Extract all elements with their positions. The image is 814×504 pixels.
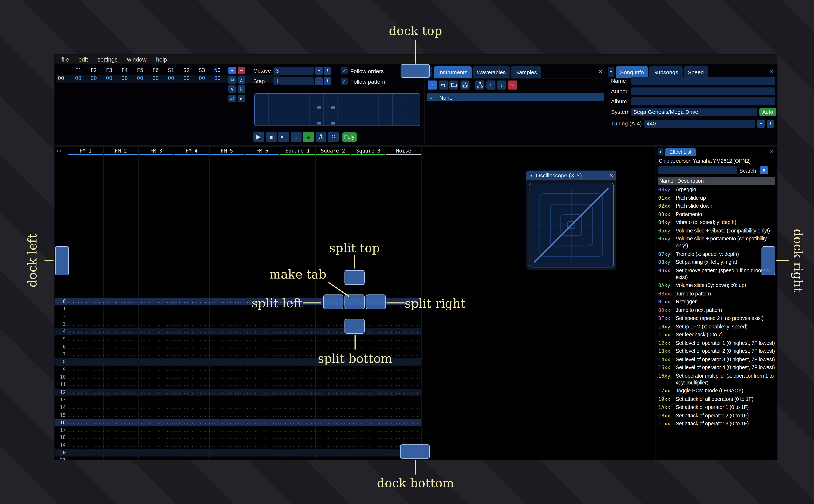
repeat-pattern-button[interactable]: ↻	[328, 132, 339, 142]
pattern-cell[interactable]: ... .. .. ....	[102, 381, 137, 389]
pattern-cell[interactable]: ... .. .. ....	[349, 389, 385, 396]
play-button[interactable]: ▶	[253, 132, 264, 142]
pattern-cell[interactable]: ... .. .. ....	[243, 434, 279, 442]
pattern-cell[interactable]: ... .. .. ....	[67, 313, 102, 320]
pattern-cell[interactable]: ... .. .. ....	[279, 320, 314, 328]
channel-header[interactable]: FM 6	[245, 148, 280, 154]
order-cell[interactable]: 00	[210, 75, 225, 81]
instrument-dir-view-button[interactable]	[476, 81, 485, 90]
pattern-cell[interactable]: ... .. .. ....	[385, 396, 420, 404]
tab-song-info[interactable]: Song Info	[616, 66, 648, 78]
pattern-cell[interactable]: ... .. .. ....	[137, 449, 173, 457]
order-cell[interactable]: 00	[148, 75, 163, 81]
dock-target-right[interactable]	[761, 246, 775, 275]
pattern-cell[interactable]: ... .. .. ....	[102, 298, 137, 305]
pattern-cell[interactable]: ... .. .. ....	[173, 404, 208, 411]
pattern-cell[interactable]: ... .. .. ....	[173, 328, 208, 335]
pattern-cell[interactable]: ... .. .. ....	[349, 404, 385, 411]
pattern-cell[interactable]: ... .. .. ....	[349, 381, 385, 389]
tab-instruments[interactable]: Instruments	[434, 66, 472, 78]
pattern-cell[interactable]: ... .. .. ....	[349, 366, 385, 373]
pattern-cell[interactable]: ... .. .. ....	[314, 328, 349, 335]
menu-settings[interactable]: settings	[93, 54, 122, 64]
pattern-cell[interactable]: ... .. .. ....	[208, 396, 243, 404]
pattern-cell[interactable]: ... .. .. ....	[385, 419, 420, 426]
pattern-cell[interactable]: ... .. .. ....	[173, 351, 208, 358]
pattern-cell[interactable]: ... .. .. ....	[208, 298, 243, 305]
piano-lower-octaves[interactable]	[255, 110, 420, 125]
instrument-duplicate-button[interactable]: ⧉	[439, 81, 448, 90]
pattern-cell[interactable]: ... .. .. ....	[67, 396, 102, 404]
pattern-cell[interactable]: ... .. .. ....	[243, 366, 279, 373]
pattern-cell[interactable]: ... .. .. ....	[314, 343, 349, 351]
order-cell[interactable]: 00	[194, 75, 210, 81]
order-remove-button[interactable]: −	[238, 67, 245, 74]
pattern-cell[interactable]: ... .. .. ....	[314, 404, 349, 411]
dock-target-top[interactable]	[401, 64, 430, 78]
instrument-list-item-none[interactable]: ○ - None -	[427, 93, 604, 101]
channel-header[interactable]: FM 5	[209, 148, 245, 154]
record-button[interactable]: ●	[303, 132, 314, 142]
pattern-cell[interactable]: ... .. .. ....	[137, 305, 173, 313]
order-cell[interactable]: 00	[132, 75, 148, 81]
pattern-cell[interactable]: ... .. .. ....	[67, 449, 102, 457]
pattern-cell[interactable]: ... .. .. ....	[385, 343, 420, 351]
step-increase-button[interactable]: +	[324, 77, 331, 85]
octave-increase-button[interactable]: +	[324, 67, 331, 75]
pattern-cell[interactable]: ... .. .. ....	[102, 313, 137, 320]
pattern-cell[interactable]: ... .. .. ....	[173, 373, 208, 381]
pattern-cell[interactable]: ... .. .. ....	[173, 389, 208, 396]
pattern-cell[interactable]: ... .. .. ....	[349, 434, 385, 442]
pattern-cell[interactable]: ... .. .. ....	[102, 373, 137, 381]
channel-header[interactable]: Square 1	[280, 148, 315, 154]
pattern-cell[interactable]: ... .. .. ....	[173, 358, 208, 366]
channel-header[interactable]: FM 4	[174, 148, 209, 154]
pattern-cell[interactable]: ... .. .. ....	[67, 320, 102, 328]
pattern-cell[interactable]: ... .. .. ....	[208, 351, 243, 358]
pattern-cell[interactable]: ... .. .. ....	[314, 434, 349, 442]
pattern-cell[interactable]: ... .. .. ....	[385, 389, 420, 396]
pattern-cell[interactable]: ... .. .. ....	[102, 328, 137, 335]
metronome-button[interactable]	[315, 132, 326, 142]
instrument-delete-button[interactable]: ×	[508, 81, 517, 90]
tab-list-arrow-icon[interactable]: ▾	[608, 67, 614, 77]
pattern-cell[interactable]: ... .. .. ....	[67, 419, 102, 426]
piano-upper-octaves[interactable]	[255, 94, 420, 110]
channel-header[interactable]: FM 2	[103, 148, 139, 154]
close-icon[interactable]: ×	[770, 68, 774, 75]
pattern-cell[interactable]: ... .. .. ....	[208, 389, 243, 396]
pattern-cell[interactable]: ... .. .. ....	[102, 457, 137, 460]
pattern-cell[interactable]: ... .. .. ....	[385, 366, 420, 373]
pattern-cell[interactable]: ... .. .. ....	[102, 343, 137, 351]
instrument-save-button[interactable]	[460, 81, 469, 90]
pattern-cell[interactable]: ... .. .. ....	[243, 358, 279, 366]
pattern-cell[interactable]: ... .. .. ....	[102, 434, 137, 442]
tab-wavetables[interactable]: Wavetables	[473, 66, 510, 78]
pattern-cell[interactable]: ... .. .. ....	[279, 434, 314, 442]
pattern-cell[interactable]: ... .. .. ....	[173, 381, 208, 389]
pattern-cell[interactable]: ... .. .. ....	[243, 313, 279, 320]
pattern-cell[interactable]: ... .. .. ....	[67, 298, 102, 305]
name-input[interactable]	[631, 77, 775, 85]
pattern-cell[interactable]: ... .. .. ....	[349, 419, 385, 426]
pattern-cell[interactable]: ... .. .. ....	[173, 298, 208, 305]
pattern-cell[interactable]: ... .. .. ....	[243, 351, 279, 358]
pattern-cell[interactable]: ... .. .. ....	[279, 411, 314, 419]
pattern-cell[interactable]: ... .. .. ....	[385, 426, 420, 434]
pattern-cell[interactable]: ... .. .. ....	[208, 335, 243, 343]
step-decrease-button[interactable]: -	[315, 77, 323, 85]
pattern-cell[interactable]: ... .. .. ....	[137, 328, 173, 335]
pattern-cell[interactable]: ... .. .. ....	[243, 426, 279, 434]
order-change-mode-button[interactable]: ⇄	[228, 95, 236, 102]
pattern-cell[interactable]: ... .. .. ....	[67, 411, 102, 419]
poly-button[interactable]: Poly	[342, 132, 356, 142]
follow-orders-checkbox[interactable]: ✓	[341, 67, 348, 74]
pattern-cell[interactable]: ... .. .. ....	[67, 457, 102, 460]
tab-list-arrow-icon[interactable]: ▾	[658, 148, 664, 155]
order-cell[interactable]: 00	[70, 75, 86, 81]
pattern-cell[interactable]: ... .. .. ....	[67, 343, 102, 351]
tab-samples[interactable]: Samples	[511, 66, 541, 78]
pattern-expand-control[interactable]: ++	[56, 148, 62, 154]
pattern-cell[interactable]: ... .. .. ....	[243, 343, 279, 351]
pattern-cell[interactable]: ... .. .. ....	[314, 442, 349, 449]
